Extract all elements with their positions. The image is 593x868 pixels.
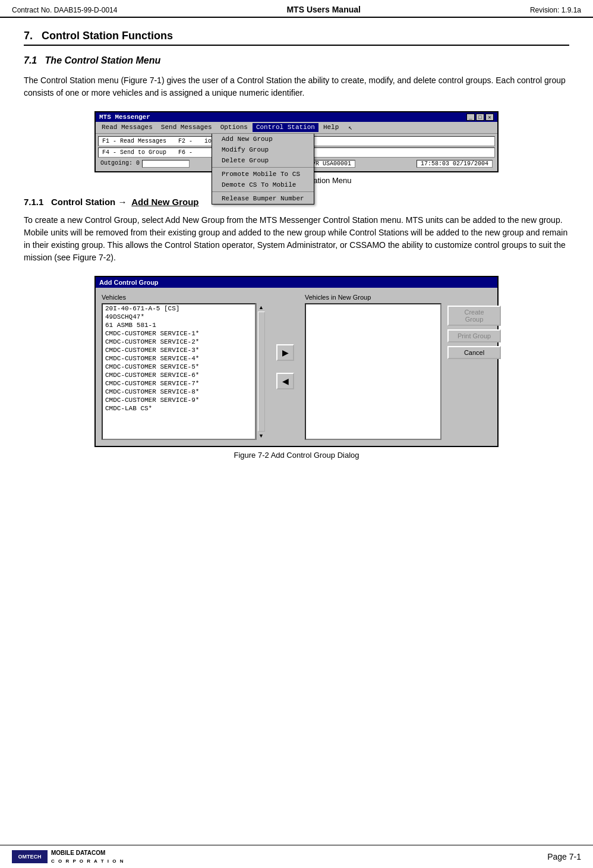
menu-control-station[interactable]: Control Station (253, 123, 318, 132)
mts-titlebar: MTS Messenger _ □ ✕ (96, 112, 497, 122)
add-to-group-btn[interactable]: ▶ (276, 344, 294, 361)
close-btn[interactable]: ✕ (485, 114, 494, 121)
scroll-down[interactable]: ▼ (258, 433, 264, 439)
menu-modify-group[interactable]: Modify Group (212, 144, 314, 155)
dialog-body: Vehicles 20I-40-671-A-5 [CS]49DSCHQ47*61… (96, 288, 497, 446)
logo-text: OMTECH (18, 854, 42, 860)
menu-add-new-group[interactable]: Add New Group (212, 134, 314, 144)
titlebar-controls: _ □ ✕ (466, 114, 494, 121)
arrow-buttons: ▶ ◀ (272, 294, 299, 440)
status-left: Outgoing: 0 (100, 160, 190, 168)
vehicles-listbox[interactable]: 20I-40-671-A-5 [CS]49DSCHQ47*61 ASMB 581… (102, 303, 256, 440)
list-item[interactable]: 20I-40-671-A-5 [CS] (103, 304, 255, 313)
list-item[interactable]: CMDC-CUSTOMER SERVICE-3* (103, 346, 255, 354)
cancel-btn[interactable]: Cancel (447, 346, 501, 359)
cursor-indicator: ↖ (345, 123, 356, 132)
f1-label: F1 - Read Messages (102, 138, 166, 144)
list-item[interactable]: CMDC-CUSTOMER SERVICE-5* (103, 363, 255, 371)
minimize-btn[interactable]: _ (466, 114, 475, 121)
figure-2-container: Add Control Group Vehicles 20I-40-671-A-… (24, 276, 569, 460)
company-name: MOBILE DATACOM C O R P O R A T I O N (51, 849, 125, 864)
menu-release-bumper[interactable]: Release Bumper Number (212, 193, 314, 204)
corporation-text: C O R P O R A T I O N (51, 858, 125, 864)
f2-label: F2 - (178, 138, 193, 144)
control-station-dropdown: Add New Group Modify Group Delete Group … (212, 134, 314, 205)
list-item[interactable]: 61 ASMB 581-1 (103, 321, 255, 329)
mts-title: MTS Messenger (99, 114, 150, 121)
mts-menubar: Read Messages Send Messages Options Cont… (96, 122, 497, 134)
sub-sub-number: 7.1.1 (24, 197, 43, 207)
sub-sub-body: To create a new Control Group, select Ad… (24, 214, 569, 264)
restore-btn[interactable]: □ (476, 114, 484, 121)
list-item[interactable]: CMDC-CUSTOMER SERVICE-7* (103, 379, 255, 388)
menu-read-messages[interactable]: Read Messages (98, 123, 156, 132)
menu-help[interactable]: Help (320, 123, 342, 132)
section-heading: 7. Control Station Functions (24, 30, 569, 46)
listbox-scrollbar[interactable]: ▲ ▼ (256, 303, 266, 440)
page-header: Contract No. DAAB15-99-D-0014 MTS Users … (0, 0, 593, 18)
contract-number: Contract No. DAAB15-99-D-0014 (12, 6, 117, 14)
f6-label: F6 - (178, 149, 193, 156)
list-item[interactable]: CMDC-CUSTOMER SERVICE-9* (103, 396, 255, 404)
add-new-group-link: Add New Group (131, 197, 198, 207)
dialog-buttons: Create Group Print Group Cancel (447, 294, 501, 440)
menu-separator-1 (212, 167, 314, 168)
vehicles-label: Vehicles (102, 294, 266, 301)
figure-2-caption: Figure 7-2 Add Control Group Dialog (24, 451, 569, 460)
new-group-label: Vehicles in New Group (305, 294, 441, 301)
menu-send-messages[interactable]: Send Messages (157, 123, 216, 132)
f4-label: F4 - Send to Group (102, 149, 166, 156)
menu-promote-mobile[interactable]: Promote Mobile To CS (212, 169, 314, 180)
sub-number: 7.1 (24, 55, 37, 65)
scroll-up[interactable]: ▲ (258, 304, 264, 310)
sub-title: The Control Station Menu (45, 55, 161, 65)
arrow: → (118, 197, 127, 207)
outgoing-value (142, 160, 190, 168)
main-content: 7. Control Station Functions 7.1 The Con… (0, 18, 593, 519)
list-item[interactable]: CMDC-CUSTOMER SERVICE-8* (103, 388, 255, 396)
sub-sub-title: Control Station (51, 197, 115, 207)
mts-window: MTS Messenger _ □ ✕ Read Messages Send M… (94, 111, 499, 172)
list-item[interactable]: CMDC-CUSTOMER SERVICE-1* (103, 329, 255, 338)
new-group-section: Vehicles in New Group (305, 294, 441, 440)
menu-demote-cs[interactable]: Demote CS To Mobile (212, 180, 314, 190)
menu-options[interactable]: Options (217, 123, 251, 132)
omtech-logo: OMTECH (12, 850, 48, 863)
sub-heading: 7.1 The Control Station Menu (24, 55, 569, 66)
menu-delete-group[interactable]: Delete Group (212, 155, 314, 166)
remove-from-group-btn[interactable]: ◀ (276, 373, 294, 389)
scroll-thumb (258, 312, 265, 432)
print-group-btn[interactable]: Print Group (447, 329, 501, 342)
footer-logo: OMTECH MOBILE DATACOM C O R P O R A T I … (12, 849, 125, 864)
add-group-dialog: Add Control Group Vehicles 20I-40-671-A-… (94, 276, 499, 447)
outgoing-label: Outgoing: 0 (100, 160, 140, 168)
figure-1-container: MTS Messenger _ □ ✕ Read Messages Send M… (24, 111, 569, 185)
dialog-titlebar: Add Control Group (96, 277, 497, 288)
list-item[interactable]: 49DSCHQ47* (103, 313, 255, 321)
section-body-1: The Control Station menu (Figure 7-1) gi… (24, 74, 569, 99)
vehicles-section: Vehicles 20I-40-671-A-5 [CS]49DSCHQ47*61… (102, 294, 266, 440)
list-item[interactable]: CMDC-CUSTOMER SERVICE-4* (103, 354, 255, 363)
page-footer: OMTECH MOBILE DATACOM C O R P O R A T I … (0, 845, 593, 868)
page-number: Page 7-1 (547, 852, 581, 861)
list-item[interactable]: CMDC-CUSTOMER SERVICE-2* (103, 338, 255, 346)
section-title: Control Station Functions (42, 30, 173, 42)
manual-title: MTS Users Manual (286, 5, 360, 14)
new-group-listbox[interactable] (305, 303, 441, 440)
create-group-btn[interactable]: Create Group (447, 306, 501, 326)
menu-separator-2 (212, 191, 314, 192)
revision: Revision: 1.9.1a (530, 6, 581, 14)
section-number: 7. (24, 30, 33, 42)
list-item[interactable]: CMDC-CUSTOMER SERVICE-6* (103, 371, 255, 379)
time-display: 17:58:03 02/19/2004 (417, 160, 493, 168)
list-item[interactable]: CMDC-LAB CS* (103, 404, 255, 413)
dialog-title: Add Control Group (99, 279, 159, 286)
